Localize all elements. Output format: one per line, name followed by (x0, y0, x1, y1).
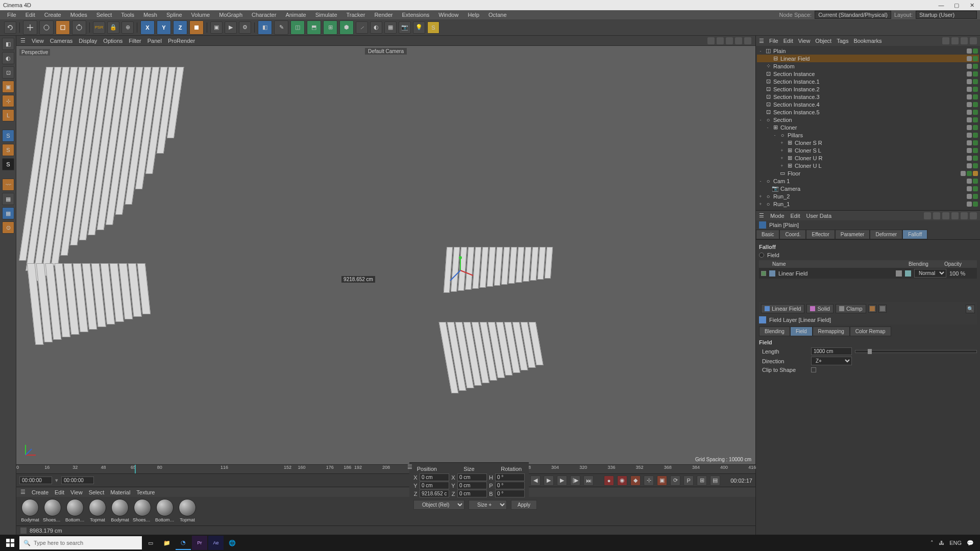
chrome-taskbar-icon[interactable]: 🌐 (225, 536, 240, 550)
tree-row[interactable]: ⊡Section Instance.2 (757, 85, 979, 93)
enable-dot-icon[interactable] (973, 179, 978, 184)
obj-menu-view[interactable]: View (798, 38, 811, 44)
field-opacity-value[interactable]: 100 % (949, 270, 975, 277)
align-icon[interactable]: ⊙ (2, 221, 14, 234)
obj-eye-icon[interactable] (961, 37, 968, 44)
rot-input[interactable] (495, 490, 525, 497)
attr-tab-falloff[interactable]: Falloff (902, 230, 927, 239)
tree-expand-icon[interactable]: + (779, 156, 785, 161)
menu-edit[interactable]: Edit (21, 11, 39, 19)
visibility-dot-icon[interactable] (967, 148, 972, 153)
direction-select[interactable]: Z+ (811, 357, 852, 365)
visibility-dot-icon[interactable] (961, 171, 966, 176)
menu-create[interactable]: Create (40, 11, 65, 19)
tree-row[interactable]: +○Run_1 (757, 200, 979, 208)
obj-search-icon[interactable] (942, 37, 949, 44)
field-color-icon[interactable] (905, 270, 911, 277)
obj-filter-icon[interactable] (951, 37, 959, 44)
tree-row[interactable]: -○Section (757, 116, 979, 123)
attr-fwd-icon[interactable] (933, 212, 940, 219)
material-item[interactable]: Bottommat (65, 499, 85, 522)
key-mark-icon[interactable]: ▤ (710, 475, 720, 486)
add-cube-icon[interactable]: ◧ (258, 20, 272, 35)
enable-dot-icon[interactable] (967, 171, 972, 176)
menu-file[interactable]: File (3, 11, 20, 19)
file-explorer-icon[interactable]: 📁 (159, 536, 175, 550)
layout-dropdown[interactable]: Startup (User) (916, 11, 977, 19)
axis-mode-icon[interactable]: ⊹ (2, 95, 14, 107)
rot-input[interactable] (495, 482, 525, 489)
mat-menu-texture[interactable]: Texture (136, 489, 155, 495)
visibility-dot-icon[interactable] (967, 179, 972, 184)
key-param-icon[interactable]: P (683, 475, 694, 486)
menu-extensions[interactable]: Extensions (398, 11, 433, 19)
material-item[interactable]: Shoesmat (133, 499, 152, 522)
locked-icon[interactable]: 🔒 (107, 21, 119, 34)
visibility-dot-icon[interactable] (967, 87, 972, 92)
timeline-playhead[interactable] (135, 465, 136, 473)
model-mode-icon[interactable]: ◧ (2, 38, 14, 50)
tree-row[interactable]: +⊞Cloner S L (757, 146, 979, 154)
obj-menu-bookmarks[interactable]: Bookmarks (853, 38, 881, 44)
field-icon[interactable]: ◐ (370, 21, 382, 34)
visibility-dot-icon[interactable] (967, 133, 972, 138)
tree-row[interactable]: -◫Plain (757, 47, 979, 55)
texture-mode-icon[interactable]: ◐ (2, 52, 14, 64)
tree-row[interactable]: ⊡Section Instance.5 (757, 108, 979, 116)
menu-help[interactable]: Help (463, 11, 483, 19)
subdivision-icon[interactable]: ◫ (290, 20, 305, 35)
point-mode-icon[interactable]: L (2, 109, 14, 121)
visibility-dot-icon[interactable] (967, 94, 972, 99)
goto-end-icon[interactable]: ⏭ (583, 475, 594, 486)
tree-row[interactable]: +⊞Cloner U R (757, 154, 979, 162)
key-pos-icon[interactable]: ⊹ (644, 475, 654, 486)
menu-simulate[interactable]: Simulate (311, 11, 341, 19)
enable-dot-icon[interactable] (973, 186, 978, 191)
vp-nav-icon-5[interactable] (744, 37, 751, 44)
field-radio[interactable] (759, 253, 764, 258)
tree-expand-icon[interactable]: - (758, 117, 763, 122)
vp-menu-cameras[interactable]: Cameras (50, 38, 73, 44)
enable-dot-icon[interactable] (973, 102, 978, 107)
tree-row[interactable]: -⊞Cloner (757, 123, 979, 131)
field-extra-1-icon[interactable] (868, 305, 876, 313)
tree-expand-icon[interactable]: + (758, 194, 763, 199)
tree-row[interactable]: ⊡Section Instance.4 (757, 101, 979, 108)
vp-nav-icon-4[interactable] (735, 37, 742, 44)
array-icon[interactable]: ⊞ (323, 20, 337, 35)
tree-row[interactable]: ⁘Random (757, 62, 979, 70)
menu-mesh[interactable]: Mesh (139, 11, 161, 19)
pos-input[interactable] (420, 490, 449, 497)
key-rot-icon[interactable]: ⟳ (670, 475, 680, 486)
enable-dot-icon[interactable] (973, 133, 978, 138)
tree-row[interactable]: +⊞Cloner U L (757, 162, 979, 169)
current-frame-input[interactable] (61, 477, 94, 484)
size-input[interactable] (457, 490, 487, 497)
extrude-icon[interactable]: ⬒ (307, 20, 321, 35)
solid-field-button[interactable]: Solid (806, 304, 833, 313)
y-axis-icon[interactable]: Y (157, 20, 171, 35)
timeline-ruler[interactable]: 0163248658011615216017618619220822424025… (16, 464, 755, 473)
vp-nav-icon-3[interactable] (726, 37, 733, 44)
menu-character[interactable]: Character (248, 11, 280, 19)
attr-lock-icon[interactable] (951, 212, 959, 219)
attr-menu-mode[interactable]: Mode (770, 213, 785, 219)
attr-menu-userdata[interactable]: User Data (806, 213, 832, 219)
attr-hamburger-icon[interactable]: ☰ (759, 212, 764, 219)
menu-render[interactable]: Render (370, 11, 397, 19)
vp-menu-filter[interactable]: Filter (129, 38, 141, 44)
mat-menu-view[interactable]: View (70, 489, 83, 495)
linear-field-button[interactable]: Linear Field (761, 304, 804, 313)
enable-dot-icon[interactable] (973, 110, 978, 115)
visibility-dot-icon[interactable] (967, 56, 972, 61)
premiere-taskbar-icon[interactable]: Pr (192, 536, 207, 550)
key-scale-icon[interactable]: ▣ (657, 475, 667, 486)
clip-checkbox[interactable] (811, 367, 816, 372)
visibility-dot-icon[interactable] (967, 186, 972, 191)
prev-frame-icon[interactable]: ◀ (530, 475, 541, 486)
menu-octane[interactable]: Octane (484, 11, 510, 19)
move-tool-icon[interactable] (23, 20, 37, 35)
workplane-icon[interactable]: ⊡ (2, 66, 14, 79)
visibility-dot-icon[interactable] (967, 110, 972, 115)
camera-icon[interactable]: 📷 (399, 21, 411, 34)
